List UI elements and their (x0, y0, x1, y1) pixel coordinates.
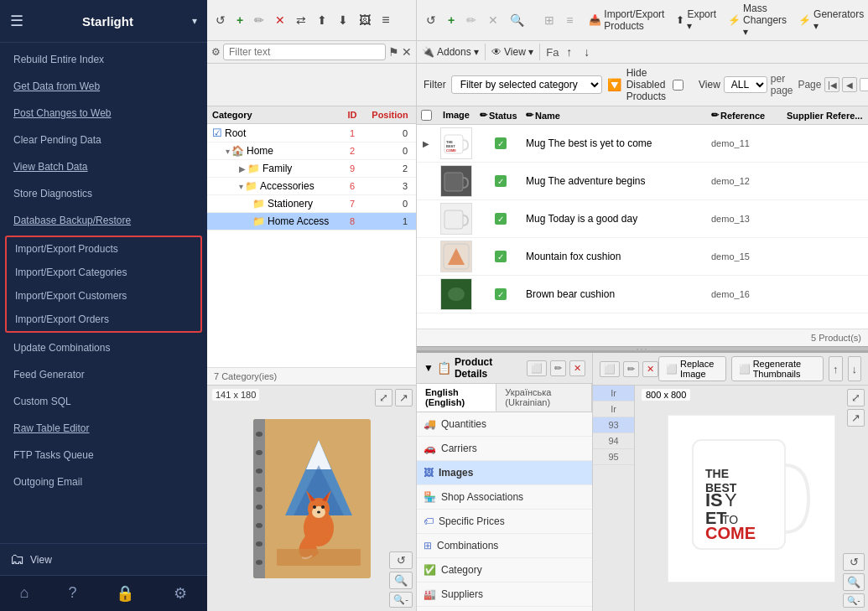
panel-sortup-btn[interactable]: ↑ (829, 356, 843, 381)
sidebar-item-ftpqueue[interactable]: FTP Tasks Queue (0, 442, 207, 469)
cat-moveup-btn[interactable]: ⬆ (313, 12, 331, 28)
detail-menu-suppliers[interactable]: 🏭 Suppliers (417, 583, 592, 607)
cat-row-home[interactable]: ▾ 🏠 Home 2 0 (207, 142, 416, 160)
sidebar-item-updatecomb[interactable]: Update Combinations (0, 334, 207, 361)
hide-disabled-checkbox[interactable] (673, 80, 683, 91)
table-row[interactable]: ✓ Mountain fox cushion demo_15 (417, 238, 868, 276)
addons-btn[interactable]: 🔌 Addons ▾ (422, 46, 479, 58)
cat-row-accessories[interactable]: ▾ 📁 Accessories 6 3 (207, 178, 416, 195)
import-export-label[interactable]: 📥 Import/Export Products (589, 8, 664, 32)
select-all-checkbox[interactable] (421, 110, 432, 121)
image-list-item[interactable]: 95 (593, 449, 634, 465)
row-expand[interactable]: ▶ (417, 137, 435, 151)
sidebar-item-postweb[interactable]: Post Changes to Web (0, 100, 207, 127)
collapse-icon[interactable]: ▾ (239, 182, 243, 191)
cat-row-root[interactable]: ☑ Root 1 0 (207, 124, 416, 142)
cat-refresh-btn[interactable]: ↺ (211, 12, 230, 28)
sidebar-item-getdata[interactable]: Get Data from Web (0, 73, 207, 100)
cat-img-open-btn[interactable]: ↗ (395, 389, 413, 406)
cat-move-btn[interactable]: ⇄ (292, 12, 310, 28)
table-row[interactable]: ✓ Brown bear cushion demo_16 (417, 276, 868, 313)
cat-filter-flag[interactable]: ⚑ (388, 45, 399, 59)
image-list-item[interactable]: Ir (593, 386, 634, 401)
cat-delete-btn[interactable]: ✕ (271, 12, 289, 28)
sidebar-item-customsql[interactable]: Custom SQL (0, 388, 207, 415)
row-check[interactable] (417, 179, 435, 184)
image-list-item[interactable]: 94 (593, 433, 634, 449)
mass-changers-btn[interactable]: ⚡ Mass Changers ▾ (728, 3, 787, 38)
cat-movedown-btn[interactable]: ⬇ (334, 12, 352, 28)
collapse-icon[interactable]: ▾ (226, 147, 230, 156)
sort-desc-btn[interactable]: ↓ (580, 44, 594, 60)
panel-edit-btn[interactable]: ✏ (623, 361, 639, 377)
per-page-select[interactable]: ALL (724, 76, 767, 93)
lock-icon[interactable]: 🔒 (116, 584, 134, 603)
settings-icon[interactable]: ⚙ (174, 584, 187, 603)
sidebar-item-outgoingemail[interactable]: Outgoing Email (0, 469, 207, 495)
table-row[interactable]: ▶ THE BEST COME (417, 125, 868, 163)
detail-menu-carriers[interactable]: 🚗 Carriers (417, 437, 592, 461)
cat-img-zoomout-icon[interactable]: 🔍- (389, 592, 413, 608)
lang-tab-english[interactable]: English (English) (417, 384, 496, 412)
detail-menu-quantities[interactable]: 🚚 Quantities (417, 412, 592, 437)
cat-img-zoomin-icon[interactable]: 🔍 (389, 572, 413, 589)
sidebar-item-dbbackup[interactable]: Database Backup/Restore (0, 207, 207, 234)
first-page-btn[interactable]: |◀ (824, 77, 839, 92)
prod-search-btn[interactable]: 🔍 (506, 12, 528, 28)
prod-list-btn[interactable]: ≡ (562, 12, 577, 28)
panel-copy-btn[interactable]: ⬜ (600, 361, 620, 377)
chevron-down-icon[interactable]: ▾ (192, 15, 197, 27)
sidebar-item-rebuild[interactable]: Rebuild Entire Index (0, 46, 207, 73)
sidebar-bottom[interactable]: 🗂 View (0, 543, 207, 575)
row-check[interactable] (417, 254, 435, 259)
cat-img-zoom-icon[interactable]: ↺ (389, 551, 413, 569)
prod-delete-btn[interactable]: ✕ (484, 12, 502, 28)
sidebar-item-raweditor[interactable]: Raw Table Editor (0, 415, 207, 442)
sidebar-item-import-orders[interactable]: Import/Export Orders (7, 308, 200, 331)
ref-sort-icon[interactable]: ✏ (711, 110, 719, 121)
sidebar-item-import-products[interactable]: Import/Export Products (7, 237, 200, 261)
detail-edit-btn[interactable]: ✏ (550, 360, 566, 376)
cat-add-btn[interactable]: + (232, 12, 247, 28)
cat-image-btn[interactable]: 🖼 (355, 12, 375, 28)
panel-close-btn[interactable]: ✕ (642, 361, 658, 377)
detail-close-btn[interactable]: ✕ (569, 360, 585, 376)
cat-filter-input[interactable] (223, 44, 386, 60)
prod-edit-btn[interactable]: ✏ (462, 12, 481, 28)
home-icon[interactable]: ⌂ (20, 584, 29, 603)
detail-menu-images[interactable]: 🖼 Images (417, 461, 592, 485)
cat-row-stationery[interactable]: 📁 Stationery 7 0 (207, 195, 416, 213)
prod-grid-btn[interactable]: ⊞ (540, 12, 559, 28)
sidebar-item-feedgen[interactable]: Feed Generator (0, 361, 207, 388)
prev-page-btn[interactable]: ◀ (842, 77, 857, 92)
lang-tab-ukrainian[interactable]: Українська (Ukrainian) (496, 384, 592, 412)
image-rotate-btn[interactable]: ↺ (843, 553, 865, 571)
detail-menu-shopassoc[interactable]: 🏪 Shop Associations (417, 485, 592, 510)
cat-filter-clear[interactable]: ✕ (402, 45, 412, 59)
image-zoomin-btn[interactable]: 🔍 (843, 573, 865, 591)
regenerate-btn[interactable]: ⬜ Regenerate Thumbnails (731, 356, 824, 381)
export-btn[interactable]: ⬆ Export ▾ (676, 8, 716, 32)
sidebar-item-diagnostics[interactable]: Store Diagnostics (0, 180, 207, 207)
page-num-input[interactable] (860, 78, 868, 91)
collapse-toggle-icon[interactable]: ▼ (424, 362, 434, 374)
table-row[interactable]: ✓ Mug Today is a good day demo_13 (417, 200, 868, 238)
image-list-item[interactable]: 93 (593, 417, 634, 433)
name-sort-icon[interactable]: ✏ (526, 110, 533, 121)
detail-copy-btn[interactable]: ⬜ (527, 360, 547, 376)
generators-btn[interactable]: ⚡ Generators ▾ (798, 8, 864, 32)
help-icon[interactable]: ? (68, 584, 76, 603)
prod-add-btn[interactable]: + (444, 12, 459, 28)
sidebar-item-clearpending[interactable]: Clear Pending Data (0, 127, 207, 153)
expand-icon[interactable]: ▶ (239, 164, 246, 173)
cat-row-homeaccess[interactable]: 📁 Home Access 8 1 (207, 213, 416, 230)
cat-img-expand-btn[interactable]: ⤢ (375, 389, 392, 406)
cat-edit-btn[interactable]: ✏ (250, 12, 268, 28)
view-btn[interactable]: 👁 View ▾ (491, 46, 533, 58)
image-zoomout-btn[interactable]: 🔍- (843, 593, 865, 608)
hamburger-icon[interactable]: ☰ (10, 12, 23, 30)
filter-funnel-icon[interactable]: 🔽 (607, 78, 621, 91)
sidebar-item-import-customers[interactable]: Import/Export Customers (7, 284, 200, 308)
sidebar-item-viewbatch[interactable]: View Batch Data (0, 153, 207, 180)
status-sort-icon[interactable]: ✏ (480, 110, 487, 121)
